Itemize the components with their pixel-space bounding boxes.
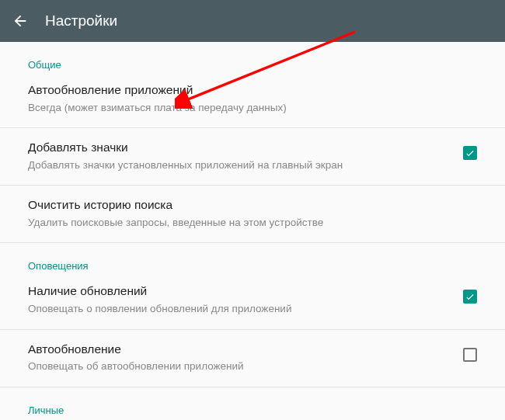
item-add-icons[interactable]: Добавлять значки Добавлять значки устано… [0, 128, 505, 185]
section-header-personal: Личные [0, 387, 505, 416]
item-title: Автообновление приложений [28, 82, 477, 99]
item-title: Наличие обновлений [28, 283, 444, 300]
item-auto-update-notify[interactable]: Автообновление Оповещать об автообновлен… [0, 330, 505, 387]
appbar-title: Настройки [45, 12, 117, 30]
section-header-notifications: Оповещения [0, 243, 505, 272]
appbar: Настройки [0, 0, 505, 42]
checkbox-add-icons[interactable] [463, 146, 477, 160]
item-subtitle: Оповещать о появлении обновлений для при… [28, 302, 444, 316]
item-title: Автообновление [28, 342, 444, 358]
back-icon[interactable] [9, 10, 31, 32]
item-title: Добавлять значки [28, 140, 444, 156]
item-subtitle: Оповещать об автообновлении приложений [28, 359, 444, 373]
section-header-general: Общие [0, 42, 505, 71]
checkbox-updates-available[interactable] [463, 290, 477, 304]
checkbox-auto-update-notify[interactable] [463, 348, 477, 362]
item-clear-search-history[interactable]: Очистить историю поиска Удалить поисковы… [0, 186, 505, 242]
item-subtitle: Удалить поисковые запросы, введенные на … [28, 216, 477, 230]
item-parental-controls[interactable]: Родительский контроль Для приложений и к… [0, 416, 505, 420]
item-updates-available[interactable]: Наличие обновлений Оповещать о появлении… [0, 272, 505, 328]
item-title: Очистить историю поиска [28, 197, 477, 213]
item-subtitle: Добавлять значки установленных приложени… [28, 158, 444, 172]
item-auto-update-apps[interactable]: Автообновление приложений Всегда (может … [0, 71, 505, 127]
settings-list: Общие Автообновление приложений Всегда (… [0, 42, 505, 420]
item-subtitle: Всегда (может взиматься плата за передач… [28, 101, 477, 115]
